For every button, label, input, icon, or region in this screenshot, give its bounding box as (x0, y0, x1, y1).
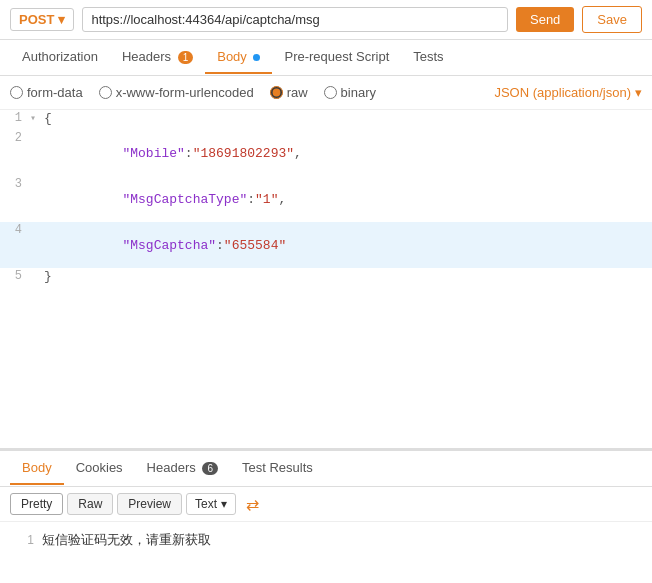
line-number-1: 1 (0, 110, 30, 125)
response-tabs: Body Cookies Headers 6 Test Results (0, 451, 652, 487)
pretty-button[interactable]: Pretty (10, 493, 63, 515)
tab-body[interactable]: Body (205, 41, 272, 74)
text-type-label: Text (195, 497, 217, 511)
body-options-row: form-data x-www-form-urlencoded raw bina… (0, 76, 652, 110)
preview-button[interactable]: Preview (117, 493, 182, 515)
line-toggle-4 (30, 222, 44, 224)
json-type-label: JSON (application/json) (494, 85, 631, 100)
line-toggle-5 (30, 268, 44, 270)
request-bar: POST ▾ Send Save (0, 0, 652, 40)
line-toggle-3 (30, 176, 44, 178)
response-section: Body Cookies Headers 6 Test Results Pret… (0, 449, 652, 583)
send-button[interactable]: Send (516, 7, 574, 32)
headers-badge: 1 (178, 51, 194, 64)
line-content-4: "MsgCaptcha":"655584" (44, 222, 652, 268)
raw-option[interactable]: raw (270, 85, 308, 100)
request-tabs: Authorization Headers 1 Body Pre-request… (0, 40, 652, 76)
response-toolbar: Pretty Raw Preview Text ▾ ⇄ (0, 487, 652, 522)
urlencoded-radio[interactable] (99, 86, 112, 99)
tab-headers[interactable]: Headers 1 (110, 41, 205, 74)
headers-resp-badge: 6 (202, 462, 218, 475)
resp-tab-headers[interactable]: Headers 6 (135, 452, 230, 485)
response-line-1: 1 短信验证码无效，请重新获取 (10, 528, 642, 552)
method-arrow: ▾ (58, 12, 65, 27)
body-dot (253, 54, 260, 61)
line-number-5: 5 (0, 268, 30, 283)
line-content-1: { (44, 110, 652, 126)
app-window: POST ▾ Send Save Authorization Headers 1… (0, 0, 652, 583)
json-type-arrow: ▾ (635, 85, 642, 100)
urlencoded-option[interactable]: x-www-form-urlencoded (99, 85, 254, 100)
code-line-1: 1 ▾ { (0, 110, 652, 130)
tab-authorization[interactable]: Authorization (10, 41, 110, 74)
save-button[interactable]: Save (582, 6, 642, 33)
response-content: 1 短信验证码无效，请重新获取 (0, 522, 652, 558)
code-line-4: 4 "MsgCaptcha":"655584" (0, 222, 652, 268)
line-content-5: } (44, 268, 652, 284)
code-line-2: 2 "Mobile":"18691802293", (0, 130, 652, 176)
form-data-option[interactable]: form-data (10, 85, 83, 100)
tab-pre-request[interactable]: Pre-request Script (272, 41, 401, 74)
resp-tab-test-results[interactable]: Test Results (230, 452, 325, 485)
raw-radio[interactable] (270, 86, 283, 99)
resp-tab-body[interactable]: Body (10, 452, 64, 485)
code-editor[interactable]: 1 ▾ { 2 "Mobile":"18691802293", 3 "MsgCa… (0, 110, 652, 449)
method-select[interactable]: POST ▾ (10, 8, 74, 31)
binary-radio[interactable] (324, 86, 337, 99)
tab-tests[interactable]: Tests (401, 41, 455, 74)
line-number-3: 3 (0, 176, 30, 191)
url-input[interactable] (82, 7, 508, 32)
line-content-3: "MsgCaptchaType":"1", (44, 176, 652, 222)
resp-line-number-1: 1 (10, 533, 34, 547)
form-data-radio[interactable] (10, 86, 23, 99)
line-content-2: "Mobile":"18691802293", (44, 130, 652, 176)
text-dropdown-arrow: ▾ (221, 497, 227, 511)
resp-line-text-1: 短信验证码无效，请重新获取 (42, 531, 211, 549)
method-label: POST (19, 12, 54, 27)
resp-tab-cookies[interactable]: Cookies (64, 452, 135, 485)
line-toggle-1[interactable]: ▾ (30, 110, 44, 124)
code-empty-space (0, 288, 652, 448)
raw-button[interactable]: Raw (67, 493, 113, 515)
line-number-2: 2 (0, 130, 30, 145)
json-type-select[interactable]: JSON (application/json) ▾ (494, 85, 642, 100)
text-type-dropdown[interactable]: Text ▾ (186, 493, 236, 515)
wrap-icon[interactable]: ⇄ (246, 495, 259, 514)
binary-option[interactable]: binary (324, 85, 376, 100)
line-toggle-2 (30, 130, 44, 132)
code-line-5: 5 } (0, 268, 652, 288)
line-number-4: 4 (0, 222, 30, 237)
code-line-3: 3 "MsgCaptchaType":"1", (0, 176, 652, 222)
